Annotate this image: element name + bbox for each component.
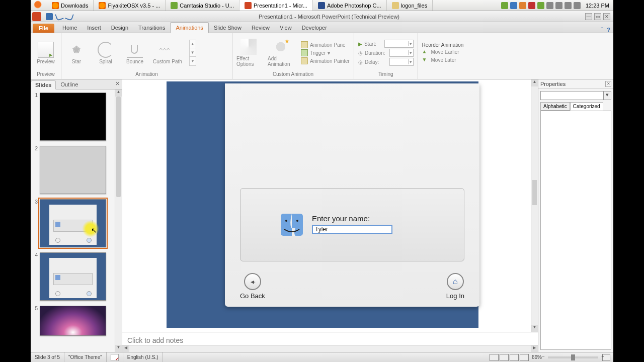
view-reading-button[interactable] bbox=[510, 354, 519, 361]
ribbon-help: ˇ ? bbox=[598, 27, 613, 33]
delay-input[interactable] bbox=[389, 58, 414, 66]
slide-thumb-5[interactable]: 5 bbox=[34, 306, 120, 336]
taskbar-item-logonfiles[interactable]: logon_files bbox=[387, 0, 433, 11]
save-icon[interactable] bbox=[46, 13, 53, 20]
tab-transitions[interactable]: Transitions bbox=[133, 23, 170, 33]
trigger-button[interactable]: Trigger ▾ bbox=[301, 49, 350, 56]
taskbar-item-camtasia[interactable]: Camtasia Studio - U... bbox=[166, 0, 239, 11]
tab-review[interactable]: Review bbox=[247, 23, 275, 33]
firefox-icon bbox=[99, 2, 106, 9]
close-properties-icon[interactable]: ✕ bbox=[605, 81, 611, 87]
add-animation-button[interactable]: Add Animation bbox=[268, 39, 294, 67]
file-tab[interactable]: File bbox=[33, 24, 54, 33]
log-in-label: Log In bbox=[446, 292, 464, 300]
zoom-thumb[interactable] bbox=[571, 354, 575, 360]
zoom-slider[interactable] bbox=[548, 356, 598, 358]
view-sorter-button[interactable] bbox=[500, 354, 509, 361]
tray-icon[interactable] bbox=[574, 2, 581, 9]
redo-icon[interactable] bbox=[65, 12, 74, 21]
view-slideshow-button[interactable] bbox=[520, 354, 529, 361]
minimize-button[interactable]: — bbox=[585, 13, 592, 20]
tab-view[interactable]: View bbox=[275, 23, 297, 33]
notes-pane[interactable]: Click to add notes ◀ ▶ bbox=[122, 332, 538, 352]
ubuntu-logo-icon[interactable] bbox=[34, 1, 44, 11]
tray-icon[interactable] bbox=[510, 2, 517, 9]
scroll-down-icon[interactable]: ▼ bbox=[115, 345, 122, 352]
anim-star[interactable]: Star bbox=[65, 42, 88, 64]
gallery-scroll[interactable]: ▲▼▾ bbox=[189, 40, 196, 66]
tray-icon[interactable] bbox=[546, 2, 553, 9]
clock-icon: ◶ bbox=[358, 59, 363, 65]
properties-object-combo[interactable] bbox=[540, 91, 611, 100]
status-language[interactable]: English (U.S.) bbox=[123, 352, 163, 362]
preview-button[interactable]: Preview bbox=[35, 42, 57, 64]
scroll-up-icon[interactable]: ▲ bbox=[531, 79, 538, 86]
properties-grid[interactable] bbox=[540, 111, 611, 350]
editor-scrollbar[interactable]: ▲ ▼ bbox=[531, 79, 538, 332]
move-later-button[interactable]: Move Later bbox=[422, 57, 464, 64]
scroll-left-icon[interactable]: ◀ bbox=[122, 345, 129, 352]
tray-icon[interactable] bbox=[565, 2, 572, 9]
stack-label: Animation Pane bbox=[310, 42, 346, 48]
tray-icon[interactable] bbox=[501, 2, 508, 9]
play-icon: ▶ bbox=[358, 41, 362, 47]
animation-pane-button[interactable]: Animation Pane bbox=[301, 41, 350, 48]
duration-input[interactable] bbox=[389, 49, 414, 57]
tab-slides[interactable]: Slides bbox=[31, 80, 56, 89]
tab-animations[interactable]: Animations bbox=[170, 22, 208, 33]
move-earlier-button[interactable]: Move Earlier bbox=[422, 49, 464, 56]
tab-slideshow[interactable]: Slide Show bbox=[209, 23, 247, 33]
go-back-label: Go Back bbox=[240, 292, 265, 300]
start-combo[interactable] bbox=[384, 40, 414, 48]
help-icon[interactable]: ? bbox=[607, 27, 610, 33]
tab-outline[interactable]: Outline bbox=[56, 80, 83, 89]
gnome-panel: Downloads FlyakiteOSX v3.5 - ... Camtasi… bbox=[31, 0, 613, 11]
maximize-button[interactable]: ▭ bbox=[594, 13, 601, 20]
status-spell[interactable] bbox=[107, 352, 123, 362]
slide-thumb-4[interactable]: 4 bbox=[34, 252, 120, 301]
anim-custom-path[interactable]: Custom Path bbox=[153, 42, 182, 64]
notes-scrollbar[interactable]: ◀ ▶ bbox=[122, 345, 538, 352]
close-button[interactable]: ✕ bbox=[603, 13, 610, 20]
animation-painter-button[interactable]: Animation Painter bbox=[301, 57, 350, 64]
scroll-thumb[interactable] bbox=[116, 97, 121, 197]
anim-spiral[interactable]: Spiral bbox=[95, 42, 117, 64]
tray-icon[interactable] bbox=[519, 2, 526, 9]
slide-thumb-3[interactable]: 3 ↖ bbox=[34, 199, 120, 247]
tray-icon[interactable] bbox=[528, 2, 535, 9]
system-menu-icon[interactable] bbox=[32, 12, 41, 21]
thumb-scrollbar[interactable]: ▲ ▼ bbox=[115, 89, 122, 352]
tab-categorized[interactable]: Categorized bbox=[570, 102, 603, 111]
taskbar-item-flyakite[interactable]: FlyakiteOSX v3.5 - ... bbox=[94, 0, 166, 11]
go-back-button[interactable]: ◂·· Go Back bbox=[240, 273, 265, 300]
scroll-thumb[interactable] bbox=[532, 180, 537, 205]
anim-bounce[interactable]: Bounce bbox=[124, 42, 146, 64]
tray-icon[interactable] bbox=[555, 2, 562, 9]
scroll-up-icon[interactable]: ▲ bbox=[115, 89, 122, 97]
tab-alphabetic[interactable]: Alphabetic bbox=[540, 102, 570, 111]
tab-design[interactable]: Design bbox=[106, 23, 133, 33]
tab-developer[interactable]: Developer bbox=[297, 23, 332, 33]
tab-insert[interactable]: Insert bbox=[82, 23, 106, 33]
group-animation: Star Spiral Bounce Custom Path ▲▼▾ Anima… bbox=[61, 33, 232, 79]
minimize-ribbon-icon[interactable]: ˇ bbox=[601, 27, 603, 33]
arrow-down-icon bbox=[422, 57, 429, 64]
stack-label: Animation Painter bbox=[310, 58, 350, 64]
name-input[interactable] bbox=[312, 225, 392, 234]
scroll-right-icon[interactable]: ▶ bbox=[531, 345, 538, 352]
scroll-down-icon[interactable]: ▼ bbox=[531, 325, 538, 332]
effect-options-button[interactable]: Effect Options bbox=[236, 39, 261, 67]
log-in-button[interactable]: ⌂ Log In bbox=[446, 273, 464, 300]
close-panel-icon[interactable]: ✕ bbox=[115, 80, 120, 87]
tray-icon[interactable] bbox=[537, 2, 544, 9]
slide-thumb-2[interactable]: 2 bbox=[34, 146, 120, 194]
slide-thumb-1[interactable]: 1 bbox=[34, 93, 120, 141]
slide-canvas[interactable]: Enter your name: ◂·· Go Back ⌂ Log In ▲ … bbox=[122, 79, 538, 332]
taskbar-item-downloads[interactable]: Downloads bbox=[47, 0, 94, 11]
clock: 12:23 PM bbox=[583, 3, 609, 9]
tab-home[interactable]: Home bbox=[57, 23, 82, 33]
view-normal-button[interactable] bbox=[490, 354, 499, 361]
undo-icon[interactable] bbox=[55, 12, 64, 21]
taskbar-item-powerpoint[interactable]: Presentation1 - Micr... bbox=[239, 0, 313, 11]
taskbar-item-photoshop[interactable]: Adobe Photoshop C... bbox=[313, 0, 387, 11]
